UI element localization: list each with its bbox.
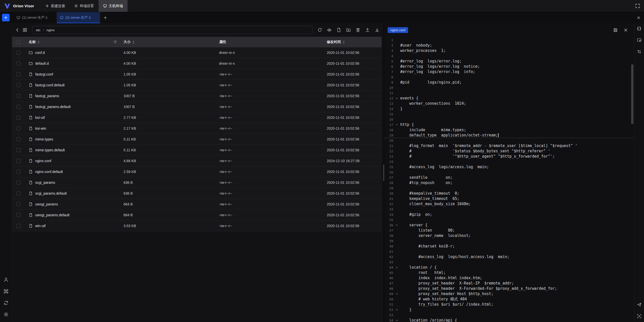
fold-chevron-icon[interactable] bbox=[394, 293, 399, 295]
code-line[interactable]: 36 server { bbox=[384, 223, 634, 228]
file-name[interactable]: default.d bbox=[35, 61, 49, 65]
code-line[interactable]: 37 listen 80; bbox=[384, 228, 634, 233]
row-checkbox[interactable] bbox=[17, 83, 21, 87]
code-line[interactable]: 47 proxy_set_header X-Real-IP $remote_ad… bbox=[384, 281, 634, 286]
editor-scrollbar-thumb[interactable] bbox=[631, 64, 633, 124]
code-line[interactable]: 48 proxy_set_header X-Forwarded-For $pro… bbox=[384, 286, 634, 291]
row-checkbox[interactable] bbox=[17, 181, 21, 185]
code-line[interactable]: 52 } bbox=[384, 307, 634, 312]
row-checkbox[interactable] bbox=[17, 191, 21, 195]
file-row[interactable]: conf.d4.00 KBdrwxr-xr-x2020-11-01 10:02:… bbox=[12, 47, 382, 58]
code-line[interactable]: 38 server_name localhost; bbox=[384, 233, 634, 238]
new-file-icon[interactable] bbox=[337, 28, 341, 32]
file-name[interactable]: uwsgi_params bbox=[35, 202, 58, 206]
command-icon[interactable] bbox=[4, 289, 9, 294]
menu-item-host-terminal[interactable]: 主机终端 bbox=[99, 0, 128, 12]
code-line[interactable]: 34 #gzip on; bbox=[384, 212, 634, 217]
save-icon[interactable] bbox=[613, 28, 618, 32]
code-line[interactable]: 44 location / { bbox=[384, 265, 634, 270]
code-line[interactable]: 6#error_log logs/error.log notice; bbox=[384, 64, 634, 69]
code-line[interactable]: 8 bbox=[384, 75, 634, 80]
file-row[interactable]: fastcgi.conf1.05 KB-rw-r--r--2020-11-01 … bbox=[12, 69, 382, 80]
code-line[interactable]: 40 #charset koi8-r; bbox=[384, 244, 634, 249]
code-line[interactable]: 10 bbox=[384, 85, 634, 90]
code-line[interactable]: 54 location /orion/api { bbox=[384, 318, 634, 322]
code-line[interactable]: 2#user nobody; bbox=[384, 43, 634, 48]
file-row[interactable]: fastcgi.conf.default1.05 KB-rw-r--r--202… bbox=[12, 80, 382, 91]
code-line[interactable]: 17http { bbox=[384, 122, 634, 127]
breadcrumb[interactable]: etc / nginx bbox=[32, 26, 312, 34]
code-line[interactable]: 19 default_type application/octet-stream… bbox=[384, 133, 634, 138]
code-line[interactable]: 50 # web history 模式 404 bbox=[384, 297, 634, 302]
new-folder-icon[interactable] bbox=[346, 28, 351, 32]
row-checkbox[interactable] bbox=[17, 159, 21, 163]
row-checkbox[interactable] bbox=[17, 94, 21, 98]
file-name[interactable]: scgi_params bbox=[35, 181, 55, 185]
code-line[interactable]: 33 bbox=[384, 207, 634, 212]
close-panel-button[interactable] bbox=[633, 12, 644, 23]
file-name[interactable]: mime.types.default bbox=[35, 148, 65, 152]
code-line[interactable]: 14} bbox=[384, 106, 634, 112]
sort-icon[interactable] bbox=[132, 40, 135, 44]
filter-icon[interactable] bbox=[113, 40, 117, 44]
file-row[interactable]: nginx.conf.default2.59 KB-rw-r--r--2020-… bbox=[12, 166, 382, 177]
row-checkbox[interactable] bbox=[17, 51, 21, 55]
file-row[interactable]: mime.types.default5.11 KB-rw-r--r--2020-… bbox=[12, 145, 382, 156]
capture-icon[interactable] bbox=[637, 314, 641, 318]
file-row[interactable]: win-utf3.53 KB-rw-r--r--2020-11-01 10:02… bbox=[12, 221, 382, 231]
code-line[interactable]: 46 index index.html index.htm; bbox=[384, 275, 634, 281]
braces-icon[interactable]: {} bbox=[637, 26, 641, 31]
breadcrumb-segment[interactable]: etc bbox=[36, 28, 41, 32]
code-line[interactable]: 27 sendfile on; bbox=[384, 175, 634, 180]
file-row[interactable]: koi-win2.17 KB-rw-r--r--2020-11-01 10:02… bbox=[12, 123, 382, 134]
eye-icon[interactable] bbox=[327, 28, 332, 32]
download-icon[interactable] bbox=[375, 28, 379, 32]
file-row[interactable]: fastcgi_params1007 B-rw-r--r--2020-11-01… bbox=[12, 91, 382, 101]
code-line[interactable]: 9#pid logs/nginx.pid; bbox=[384, 80, 634, 85]
file-name[interactable]: fastcgi.conf bbox=[35, 72, 53, 76]
code-line[interactable]: 1 bbox=[384, 38, 634, 43]
file-name[interactable]: nginx.conf bbox=[35, 159, 51, 163]
row-checkbox[interactable] bbox=[17, 148, 21, 152]
file-name[interactable]: fastcgi_params.default bbox=[35, 105, 71, 109]
fold-chevron-icon[interactable] bbox=[394, 224, 399, 227]
code-line[interactable]: 4 bbox=[384, 53, 634, 59]
open-file-tag[interactable]: nginx.conf bbox=[388, 27, 408, 33]
close-editor-icon[interactable] bbox=[624, 28, 628, 32]
row-checkbox[interactable] bbox=[17, 224, 21, 228]
row-checkbox[interactable] bbox=[17, 61, 21, 65]
code-line[interactable]: 35 bbox=[384, 217, 634, 223]
code-line[interactable]: 41 bbox=[384, 249, 634, 254]
file-row[interactable]: nginx.conf4.68 KB-rw-r--r--2024-12-10 16… bbox=[12, 156, 382, 166]
row-checkbox[interactable] bbox=[17, 105, 21, 109]
code-line[interactable]: 16 bbox=[384, 117, 634, 122]
code-line[interactable]: 32 client_max_body_size 1048m; bbox=[384, 201, 634, 207]
file-row[interactable]: uwsgi_params.default664 B-rw-r--r--2020-… bbox=[12, 210, 382, 221]
send-icon[interactable] bbox=[637, 302, 641, 307]
upload-icon[interactable] bbox=[365, 28, 370, 32]
code-line[interactable]: 26 bbox=[384, 170, 634, 175]
sort-icon[interactable] bbox=[37, 40, 40, 44]
tab-server-1[interactable]: (1) server-生产-1 bbox=[14, 12, 57, 23]
code-line[interactable]: 53 bbox=[384, 312, 634, 318]
sync-icon[interactable] bbox=[4, 300, 9, 305]
fold-chevron-icon[interactable] bbox=[394, 123, 399, 126]
breadcrumb-segment[interactable]: nginx bbox=[47, 28, 55, 32]
transfer-icon[interactable] bbox=[637, 49, 641, 54]
row-checkbox[interactable] bbox=[17, 213, 21, 217]
file-name[interactable]: fastcgi_params bbox=[35, 94, 59, 98]
file-row[interactable]: koi-utf2.77 KB-rw-r--r--2020-11-01 10:02… bbox=[12, 112, 382, 123]
code-line[interactable]: 29 bbox=[384, 186, 634, 191]
menu-item-new-connection[interactable]: 新建连接 bbox=[41, 0, 70, 12]
file-row[interactable]: default.d4.00 KBdrwxr-xr-x2020-11-01 10:… bbox=[12, 58, 382, 69]
code-line[interactable]: 7#error_log logs/error.log info; bbox=[384, 69, 634, 75]
code-line[interactable]: 28 #tcp_nopush on; bbox=[384, 180, 634, 186]
fold-chevron-icon[interactable] bbox=[394, 319, 399, 322]
code-line[interactable]: 30 #keepalive_timeout 0; bbox=[384, 191, 634, 196]
code-line[interactable]: 18 include mime.types; bbox=[384, 127, 634, 133]
code-line[interactable]: 49 proxy_set_header Host $http_host; bbox=[384, 291, 634, 297]
fold-chevron-icon[interactable] bbox=[394, 97, 399, 100]
code-line[interactable]: 13 worker_connections 1024; bbox=[384, 101, 634, 106]
code-line[interactable]: 51 try_files $uri $uri/ /index.html; bbox=[384, 302, 634, 307]
file-row[interactable]: scgi_params636 B-rw-r--r--2020-11-01 10:… bbox=[12, 177, 382, 188]
